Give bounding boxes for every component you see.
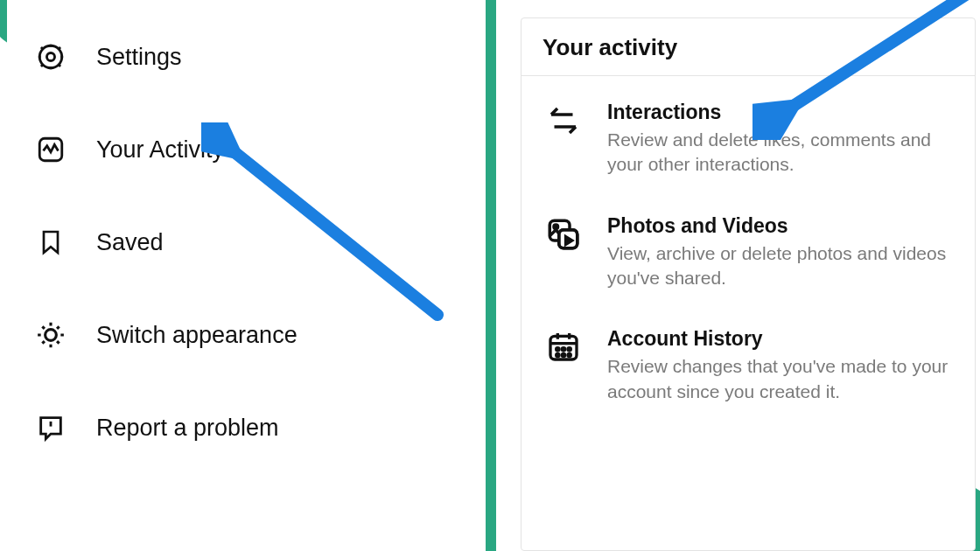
svg-point-11 <box>568 348 570 351</box>
activity-text: Account History Review changes that you'… <box>607 327 954 404</box>
menu-item-report-problem[interactable]: Report a problem <box>32 402 462 453</box>
menu-label: Report a problem <box>96 415 279 442</box>
menu-item-settings[interactable]: Settings <box>32 31 462 82</box>
activity-item-interactions[interactable]: Interactions Review and delete likes, co… <box>539 81 957 195</box>
media-icon <box>542 214 584 253</box>
svg-point-13 <box>562 354 564 357</box>
svg-point-14 <box>568 354 570 357</box>
activity-item-photos-videos[interactable]: Photos and Videos View, archive or delet… <box>539 195 957 309</box>
activity-title: Interactions <box>607 101 954 124</box>
menu-label: Switch appearance <box>96 322 298 349</box>
your-activity-panel: Your activity Interactions Review and de… <box>521 17 976 551</box>
activity-icon <box>35 135 66 164</box>
panel-title: Your activity <box>542 34 954 61</box>
menu-label: Saved <box>96 229 164 256</box>
menu-item-switch-appearance[interactable]: Switch appearance <box>32 310 462 360</box>
activity-description: View, archive or delete photos and video… <box>607 241 954 291</box>
svg-point-3 <box>46 330 57 341</box>
swap-icon <box>542 101 584 139</box>
menu-item-saved[interactable]: Saved <box>32 217 462 268</box>
activity-title: Account History <box>607 327 954 351</box>
sun-icon <box>35 320 66 350</box>
menu-list: Settings Your Activity Saved <box>7 0 480 453</box>
activity-description: Review changes that you've made to your … <box>607 354 954 404</box>
svg-point-1 <box>46 52 54 60</box>
menu-label: Settings <box>96 44 182 71</box>
vertical-divider <box>486 0 496 551</box>
activity-title: Photos and Videos <box>607 214 954 238</box>
calendar-icon <box>542 327 584 364</box>
bookmark-icon <box>35 227 66 257</box>
stage: Settings Your Activity Saved <box>0 0 980 551</box>
gear-icon <box>35 42 66 72</box>
menu-label: Your Activity <box>96 136 224 164</box>
svg-point-10 <box>562 348 564 351</box>
activity-item-account-history[interactable]: Account History Review changes that you'… <box>539 308 957 422</box>
menu-item-your-activity[interactable]: Your Activity <box>32 124 462 175</box>
activity-text: Photos and Videos View, archive or delet… <box>607 214 954 291</box>
activity-description: Review and delete likes, comments and yo… <box>607 128 954 178</box>
activity-list: Interactions Review and delete likes, co… <box>522 76 975 422</box>
panel-header: Your activity <box>522 18 975 76</box>
svg-point-9 <box>556 348 559 351</box>
activity-text: Interactions Review and delete likes, co… <box>607 101 954 178</box>
svg-point-12 <box>556 354 559 357</box>
report-icon <box>35 413 66 443</box>
settings-menu-panel: Settings Your Activity Saved <box>7 0 480 551</box>
svg-point-0 <box>39 45 62 68</box>
